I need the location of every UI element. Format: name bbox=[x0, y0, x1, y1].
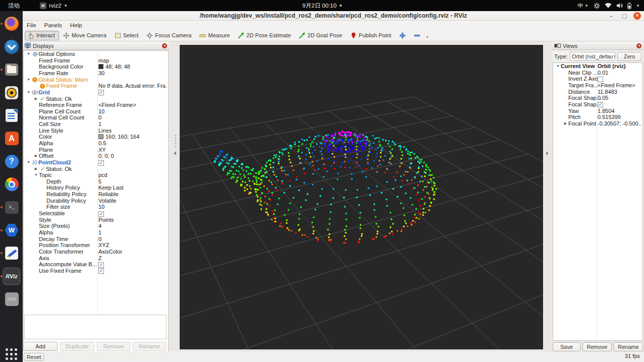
property-value[interactable]: 30 bbox=[98, 70, 167, 77]
tree-row[interactable]: Alpha1 bbox=[24, 229, 168, 236]
property-value[interactable]: 0.5 bbox=[98, 140, 167, 147]
tree-row[interactable]: Yaw1.8504 bbox=[553, 107, 642, 114]
tree-row[interactable]: Durability PolicyVolatile bbox=[24, 198, 168, 204]
toolbar-button-measure[interactable]: Measure bbox=[196, 31, 234, 40]
property-value[interactable]: 0.515399 bbox=[598, 114, 641, 120]
property-value[interactable]: Reliable bbox=[98, 191, 167, 198]
tree-row[interactable]: Background Color48; 48; 48 bbox=[24, 64, 168, 70]
property-value[interactable]: 1 bbox=[98, 121, 167, 128]
property-value[interactable]: Lines bbox=[98, 128, 167, 134]
toolbar-button-interact[interactable]: Interact bbox=[25, 31, 59, 40]
property-value[interactable]: 160; 160; 164 bbox=[98, 134, 167, 140]
tree-row[interactable]: History PolicyKeep Last bbox=[24, 185, 168, 191]
property-value[interactable]: Z bbox=[98, 255, 167, 262]
tree-row[interactable]: Reliability PolicyReliable bbox=[24, 191, 168, 198]
tree-row[interactable]: Focal Shap...✓ bbox=[553, 101, 642, 108]
dock-item-chrome[interactable] bbox=[3, 175, 21, 194]
checkbox-checked[interactable]: ✓ bbox=[98, 211, 104, 217]
save-button[interactable]: Save bbox=[553, 342, 580, 351]
close-panel-icon[interactable] bbox=[162, 43, 167, 48]
dock-item-text-editor[interactable] bbox=[3, 244, 21, 262]
dock-item-app-grid[interactable] bbox=[3, 345, 21, 362]
focused-app-menu[interactable]: R rviz2 ▼ bbox=[40, 3, 68, 9]
expander-open-icon[interactable]: ▼ bbox=[33, 172, 39, 178]
tree-row[interactable]: Plane Cell Count10 bbox=[24, 108, 168, 115]
tree-row[interactable]: Cell Size1 bbox=[24, 121, 168, 128]
tree-row[interactable]: AxisZ bbox=[24, 255, 168, 262]
tree-row[interactable]: ▼Grid✓ bbox=[24, 89, 168, 96]
dock-item-wps-office[interactable]: W bbox=[3, 221, 21, 239]
close-button[interactable]: ✕ bbox=[633, 12, 641, 20]
remove-button[interactable]: Remove bbox=[97, 342, 130, 351]
property-value[interactable]: ✓ bbox=[98, 261, 167, 268]
activities-button[interactable]: 活动 bbox=[0, 2, 28, 10]
property-value[interactable]: 48; 48; 48 bbox=[98, 64, 167, 70]
system-tray[interactable]: ▼ bbox=[594, 3, 640, 9]
toolbar-button-move-camera[interactable]: Move Camera bbox=[60, 31, 111, 40]
menu-item-panels[interactable]: Panels bbox=[40, 21, 66, 30]
expander-closed-icon[interactable]: ▶ bbox=[33, 153, 39, 159]
view-type-combobox[interactable]: Orbit (rviz_defau ▼ bbox=[570, 52, 615, 61]
tree-row[interactable]: Use Fixed Frame✓ bbox=[24, 268, 168, 274]
rename-button[interactable]: Rename bbox=[614, 342, 643, 351]
dock-item-files[interactable] bbox=[3, 61, 21, 79]
property-value[interactable]: ✓ bbox=[98, 89, 167, 96]
toolbar-button-select[interactable]: Select bbox=[112, 31, 143, 40]
window-titlebar[interactable]: /home/wangjg/dev_ws/install/pcd_ros2_dem… bbox=[23, 11, 644, 21]
checkbox-checked[interactable]: ✓ bbox=[98, 268, 104, 274]
expander-open-icon[interactable]: ▼ bbox=[555, 63, 561, 70]
zero-button[interactable]: Zero bbox=[617, 52, 641, 61]
property-value[interactable]: Orbit (rviz) bbox=[598, 63, 641, 70]
input-method-indicator[interactable]: 中 ▼ bbox=[577, 2, 588, 10]
property-value[interactable]: ✓ bbox=[598, 101, 641, 108]
views-tree[interactable]: ▼Current ViewOrbit (rviz)Near Clip ...0.… bbox=[553, 63, 643, 341]
expander-open-icon[interactable]: ▼ bbox=[26, 159, 31, 166]
rename-button[interactable]: Rename bbox=[133, 342, 166, 351]
property-value[interactable]: ✓ bbox=[98, 159, 167, 166]
collapse-right-icon[interactable] bbox=[546, 151, 549, 155]
toolbar-button-minus[interactable] bbox=[411, 31, 424, 40]
expander-open-icon[interactable]: ▼ bbox=[26, 89, 31, 96]
checkbox-checked[interactable]: ✓ bbox=[98, 262, 104, 268]
tree-row[interactable]: PlaneXY bbox=[24, 147, 168, 153]
property-value[interactable]: Keep Last bbox=[98, 185, 167, 191]
property-value[interactable]: 10 bbox=[98, 204, 167, 210]
toolbar-button-focus-camera[interactable]: Focus Camera bbox=[143, 31, 195, 40]
splitter-handle[interactable] bbox=[175, 135, 176, 148]
dock-item-ubuntu-software[interactable]: A bbox=[3, 130, 21, 148]
tree-row[interactable]: Frame Rate30 bbox=[24, 70, 168, 77]
checkbox-checked[interactable]: ✓ bbox=[598, 102, 603, 107]
tree-row[interactable]: Autocompute Value B...✓ bbox=[24, 261, 168, 268]
tree-row[interactable]: Alpha0.5 bbox=[24, 140, 168, 147]
maximize-button[interactable]: ▢ bbox=[620, 12, 628, 20]
property-value[interactable]: -0.30507; -0.500... bbox=[598, 120, 641, 127]
toolbar-button-publish-point[interactable]: Publish Point bbox=[347, 31, 395, 40]
tree-row[interactable]: Focal Shap...0.05 bbox=[553, 95, 642, 101]
property-value[interactable]: AxisColor bbox=[98, 249, 167, 255]
dock-item-libreoffice-writer[interactable] bbox=[3, 106, 21, 125]
tree-row[interactable]: ▼PointCloud2✓ bbox=[24, 159, 168, 166]
displays-panel-header[interactable]: Displays bbox=[23, 42, 169, 50]
property-value[interactable]: ✓ bbox=[98, 210, 167, 217]
property-value[interactable]: Volatile bbox=[98, 198, 167, 204]
add-button[interactable]: Add bbox=[23, 342, 58, 351]
3d-viewport-canvas[interactable] bbox=[180, 45, 543, 349]
tree-row[interactable]: ▶Offset0; 0; 0 bbox=[24, 153, 168, 159]
tree-row[interactable]: Position TransformerXYZ bbox=[24, 242, 168, 249]
tree-row[interactable]: Filter size10 bbox=[24, 204, 168, 210]
tree-row[interactable]: Invert Z Axis bbox=[553, 76, 642, 82]
dock-item-help[interactable]: ? bbox=[3, 152, 21, 170]
property-value[interactable]: 0.05 bbox=[598, 95, 641, 101]
tree-row[interactable]: Color160; 160; 164 bbox=[24, 134, 168, 140]
dock-item-rviz[interactable]: RViz bbox=[3, 267, 21, 285]
property-value[interactable]: XYZ bbox=[98, 242, 167, 249]
tree-row[interactable]: Reference Frame<Fixed Frame> bbox=[24, 102, 168, 108]
property-value[interactable]: 11.8483 bbox=[598, 89, 641, 95]
toolbar-button-2d-pose-estimate[interactable]: 2D Pose Estimate bbox=[235, 31, 295, 40]
property-value[interactable]: <Fixed Frame> bbox=[598, 82, 641, 89]
property-value[interactable]: 0.01 bbox=[598, 70, 641, 76]
tree-row[interactable]: StylePoints bbox=[24, 217, 168, 223]
property-value[interactable]: 10 bbox=[98, 108, 167, 115]
dock-item-firefox[interactable] bbox=[3, 15, 21, 33]
checkbox-checked[interactable]: ✓ bbox=[98, 160, 104, 166]
